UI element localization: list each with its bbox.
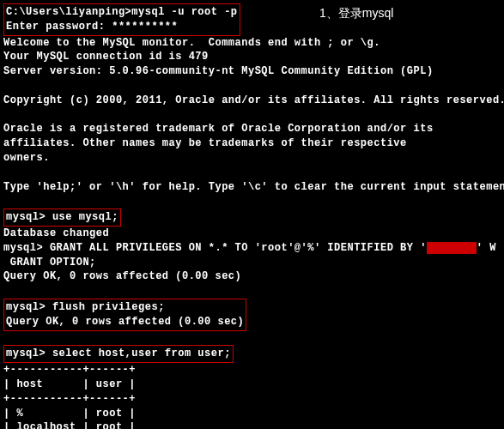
- banner-copyright: Copyright (c) 2000, 2011, Oracle and/or …: [3, 94, 501, 108]
- banner-version: Server version: 5.0.96-community-nt MySQ…: [3, 64, 501, 79]
- table-header: | host | user |: [3, 378, 501, 392]
- db-changed: Database changed: [3, 227, 501, 241]
- banner-trademark3: owners.: [3, 151, 501, 166]
- banner-connid: Your MySQL connection id is 479: [3, 50, 501, 64]
- stmt-select: mysql> select host,user from user;: [3, 345, 234, 363]
- banner-trademark1: Oracle is a registered trademark of Orac…: [3, 122, 501, 136]
- shell-prompt: C:\Users\liyanping>mysql -u root -p: [6, 5, 238, 20]
- password-prompt: Enter password: **********: [6, 20, 238, 34]
- stmt-grant: mysql> GRANT ALL PRIVILEGES ON *.* TO 'r…: [3, 241, 501, 256]
- banner-welcome: Welcome to the MySQL monitor. Commands e…: [3, 36, 501, 51]
- grant-ok: Query OK, 0 rows affected (0.00 sec): [3, 269, 501, 284]
- flush-box: mysql> flush privileges; Query OK, 0 row…: [3, 299, 246, 331]
- table-sep-top: +-----------+------+: [3, 363, 501, 378]
- redacted-password: xxxxxxx: [427, 242, 477, 254]
- flush-ok: Query OK, 0 rows affected (0.00 sec): [6, 315, 244, 329]
- table-sep-mid: +-----------+------+: [3, 392, 501, 407]
- annotation-label: 1、登录mysql: [319, 5, 393, 22]
- login-box: C:\Users\liyanping>mysql -u root -p Ente…: [3, 3, 240, 36]
- stmt-grant-cont: GRANT OPTION;: [3, 256, 501, 270]
- table-row: | % | root |: [3, 407, 501, 421]
- banner-help: Type 'help;' or '\h' for help. Type '\c'…: [3, 180, 501, 195]
- stmt-use: mysql> use mysql;: [3, 208, 121, 227]
- stmt-flush: mysql> flush privileges;: [6, 300, 244, 315]
- table-row: | localhost | root |: [3, 420, 501, 429]
- banner-trademark2: affiliates. Other names may be trademark…: [3, 136, 501, 151]
